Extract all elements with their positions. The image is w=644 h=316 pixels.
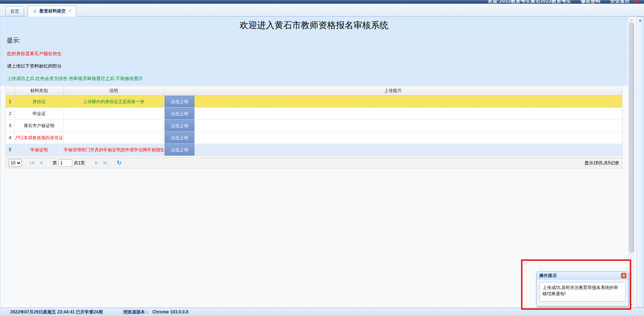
popup-title: 操作提示 xyxy=(539,273,557,279)
east-collapse-panel[interactable]: « xyxy=(636,16,644,308)
tip-upload-required: 请上传以下资料标红的部分 xyxy=(7,63,628,69)
message-window-body: 上传成功,及时关注教育部报名系统的审核结果通知! xyxy=(537,279,628,304)
close-icon[interactable]: × xyxy=(621,273,626,278)
row-index: 1 xyxy=(6,96,15,108)
table-row: 5 学籍证明 学籍管理部门开具的学籍证明原件或学信网学籍报告 点击上传 xyxy=(6,144,622,156)
next-page-button[interactable] xyxy=(92,159,101,167)
upload-button[interactable]: 点击上传 xyxy=(165,132,194,144)
material-category: 身份证 xyxy=(15,96,64,108)
column-header-upload: 上传图片 xyxy=(164,86,622,96)
message-window: 操作提示 × 上传成功,及时关注教育部报名系统的审核结果通知! xyxy=(536,271,629,307)
last-page-button[interactable] xyxy=(101,159,110,167)
upload-cell: 点击上传 xyxy=(164,96,622,108)
status-browser-value: Chrome 103.0.0.0 xyxy=(152,309,188,315)
tab-content-panel: 欢迎进入黄石市教师资格报名审核系统 提示: 您的身份是黄石户籍在校生 请上传以下… xyxy=(0,16,628,308)
status-datetime: 2022年07月29日星期五 23:44:41 已开学第24周 xyxy=(10,309,103,315)
page-title: 欢迎进入黄石市教师资格报名审核系统 xyxy=(0,16,628,31)
first-page-button[interactable] xyxy=(27,159,36,167)
upload-cell: 点击上传 xyxy=(164,108,622,120)
pager-separator xyxy=(113,160,113,166)
total-pages-label: 共1页 xyxy=(74,160,85,166)
material-category: 黄石市户籍证明 xyxy=(15,120,64,132)
tab-close-icon[interactable]: × xyxy=(69,9,71,13)
tips-label: 提示: xyxy=(7,37,628,45)
material-category: 学籍证明 xyxy=(15,144,64,156)
upload-button[interactable]: 点击上传 xyxy=(165,144,194,156)
pager-summary: 显示1到5,共5记录 xyxy=(585,160,619,166)
pager-separator xyxy=(24,160,25,166)
scroll-down-icon[interactable]: ▼ xyxy=(629,302,635,308)
tip-upload-status: 上传成功之后,红色会变为绿色 待审核员审核通过之后,不能修改图片 xyxy=(7,76,628,82)
scrollbar-thumb[interactable] xyxy=(629,23,634,253)
upload-cell: 点击上传 xyxy=(164,144,622,156)
row-index: 5 xyxy=(6,144,15,156)
paperclip-icon xyxy=(33,9,37,14)
first-page-icon xyxy=(31,161,34,165)
upload-button[interactable]: 点击上传 xyxy=(165,96,194,107)
status-browser: 浏览器版本：Chrome 103.0.0.0 xyxy=(123,309,188,315)
material-description: 学籍管理部门开具的学籍证明原件或学信网学籍报告 xyxy=(64,144,164,156)
popup-message: 上传成功,及时关注教育部报名系统的审核结果通知! xyxy=(539,282,626,302)
prev-page-button[interactable] xyxy=(36,159,46,167)
prev-page-icon xyxy=(40,161,42,165)
material-category: 户口本或有效期内居住证 xyxy=(15,132,64,144)
pager-separator xyxy=(89,160,89,166)
status-browser-label: 浏览器版本： xyxy=(123,309,149,315)
upload-cell: 点击上传 xyxy=(164,132,622,144)
upload-button[interactable]: 点击上传 xyxy=(165,120,194,132)
material-description: 上传横向的身份证正反面各一张 xyxy=(64,96,164,108)
table-header-row: 材料类别 说明 上传图片 xyxy=(6,86,622,96)
table-row: 1 身份证 上传横向的身份证正反面各一张 点击上传 xyxy=(6,96,622,108)
page-number-input[interactable] xyxy=(58,159,72,167)
collapse-left-icon[interactable]: « xyxy=(639,18,641,23)
hints-section: 欢迎进入黄石市教师资格报名审核系统 提示: 您的身份是黄石户籍在校生 请上传以下… xyxy=(0,16,628,86)
upload-button[interactable]: 点击上传 xyxy=(165,108,194,119)
tab-materials[interactable]: 教资材料提交 × xyxy=(28,5,76,16)
message-window-header: 操作提示 × xyxy=(537,272,628,279)
table-row: 3 黄石市户籍证明 点击上传 xyxy=(6,120,622,132)
material-description xyxy=(64,120,164,132)
topbar: 欢迎:2022教资考生黄石2022教资考生 修改密码 安全退出 xyxy=(0,0,644,4)
pager-separator xyxy=(48,160,49,166)
scroll-up-icon[interactable]: ▲ xyxy=(629,16,635,22)
change-password-link[interactable]: 修改密码 xyxy=(581,0,601,4)
column-header-category: 材料类别 xyxy=(15,86,64,96)
last-page-icon xyxy=(104,161,106,165)
materials-table: 材料类别 说明 上传图片 1 身份证 上传横向的身份证正反面各一张 点击上传 2… xyxy=(5,86,622,156)
page-label: 第 xyxy=(53,160,57,166)
material-category: 毕业证 xyxy=(15,108,64,120)
tab-bar: 首页 教资材料提交 × xyxy=(0,4,644,16)
column-header-index xyxy=(6,86,15,96)
row-index: 3 xyxy=(6,120,15,132)
column-header-description: 说明 xyxy=(64,86,164,96)
tab-materials-label: 教资材料提交 xyxy=(39,8,66,14)
next-page-icon xyxy=(95,161,98,165)
material-description xyxy=(64,132,164,144)
upload-cell: 点击上传 xyxy=(164,120,622,132)
logout-link[interactable]: 安全退出 xyxy=(610,0,630,4)
status-bar: 2022年07月29日星期五 23:44:41 已开学第24周 浏览器版本：Ch… xyxy=(0,308,644,316)
refresh-icon[interactable]: ↻ xyxy=(117,160,122,166)
logout-icon xyxy=(635,0,638,3)
tip-identity: 您的身份是黄石户籍在校生 xyxy=(7,51,628,57)
table-row: 4 户口本或有效期内居住证 点击上传 xyxy=(6,132,622,144)
table-row: 2 毕业证 点击上传 xyxy=(6,108,622,120)
tab-home[interactable]: 首页 xyxy=(5,6,24,16)
page-size-select[interactable]: 10 xyxy=(9,159,22,167)
row-index: 2 xyxy=(6,108,15,120)
row-index: 4 xyxy=(6,132,15,144)
welcome-text: 欢迎:2022教资考生黄石2022教资考生 xyxy=(488,0,571,4)
vertical-scrollbar[interactable]: ▲ ▼ xyxy=(628,16,635,308)
material-description xyxy=(64,108,164,120)
tab-home-label: 首页 xyxy=(10,8,19,15)
pager: 10 第 共1页 ↻ 显示1到5,共5记录 xyxy=(5,157,622,168)
